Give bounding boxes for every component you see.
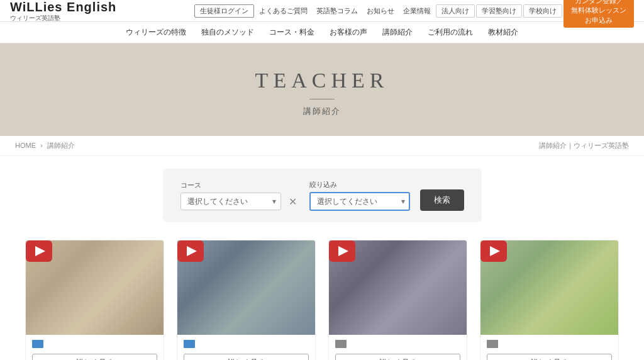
nav-testimonials[interactable]: お客様の声 [330,27,367,38]
course-select-wrap: 選択してください ✕ [180,193,299,210]
detail-button-1[interactable]: 詳しく見る [32,354,157,360]
clear-button[interactable]: ✕ [286,196,299,208]
teacher-card-4: 詳しく見る [480,240,619,360]
card-thumb-1 [26,240,164,335]
logo-en: WiLLies English [10,0,116,14]
detail-button-3[interactable]: 詳しく見る [335,354,460,360]
nav-flow[interactable]: ご利用の流れ [428,27,473,38]
filter-box: コース 選択してください ✕ 絞り込み 選択してください 検索 [163,169,482,222]
breadcrumb-home[interactable]: HOME [15,142,36,149]
teacher-card-3: 詳しく見る [328,240,467,360]
search-button[interactable]: 検索 [420,189,464,211]
play-button-2[interactable] [177,240,204,262]
cards-section: 詳しく見る 詳しく見る 詳しく見る [0,233,644,360]
faq-link[interactable]: よくあるご質問 [255,5,311,17]
course-select-container: 選択してください [180,193,281,210]
detail-button-4[interactable]: 詳しく見る [487,354,612,360]
course-filter-group: コース 選択してください ✕ [180,181,299,210]
breadcrumb: HOME › 講師紹介 講師紹介｜ウィリーズ英語塾 [0,136,644,156]
logo: WiLLies English ウィリーズ英語塾 [10,0,116,22]
card-bottom-1: 詳しく見る [26,335,164,360]
school-link[interactable]: 学習塾向け [476,4,522,18]
corporate-link[interactable]: 法人向け [436,4,475,18]
detail-button-2[interactable]: 詳しく見る [184,354,309,360]
card-bottom-2: 詳しく見る [177,335,315,360]
play-button-4[interactable] [480,240,507,262]
top-right-nav: 生徒様ログイン よくあるご質問 英語塾コラム お知らせ 企業情報 法人向け 学習… [194,0,634,28]
cta-button[interactable]: カンタン登録／ 無料体験レッスン お申込み [564,0,634,28]
teacher-flag-2 [184,340,195,348]
hero-divider [309,99,335,99]
card-thumb-2 [177,240,315,335]
news-link[interactable]: お知らせ [363,5,398,17]
nav-method[interactable]: 独自のメソッド [201,27,254,38]
narrow-select-container: 選択してください [309,192,410,211]
card-thumb-4 [480,240,618,335]
logo-ja: ウィリーズ英語塾 [10,14,116,22]
breadcrumb-right: 講師紹介｜ウィリーズ英語塾 [539,141,629,150]
hero-title-en: TEACHER [0,69,644,93]
narrow-filter-label: 絞り込み [309,180,410,189]
teacher-flag-1 [32,340,43,348]
breadcrumb-current: 講師紹介 [47,142,75,149]
card-thumb-3 [329,240,467,335]
column-link[interactable]: 英語塾コラム [313,5,362,17]
card-bottom-4: 詳しく見る [480,335,618,360]
play-button-1[interactable] [26,240,52,262]
narrow-filter-group: 絞り込み 選択してください [309,180,410,211]
company-link[interactable]: 企業情報 [399,5,435,17]
course-filter-label: コース [180,181,299,190]
filter-section: コース 選択してください ✕ 絞り込み 選択してください 検索 [0,156,644,233]
teacher-flag-4 [487,340,498,348]
education-link[interactable]: 学校向け [523,4,562,18]
student-login-link[interactable]: 生徒様ログイン [194,4,254,18]
hero-title-ja: 講師紹介 [0,106,644,117]
breadcrumb-left: HOME › 講師紹介 [15,141,75,150]
play-button-3[interactable] [329,240,355,262]
course-select[interactable]: 選択してください [180,193,281,210]
nav-features[interactable]: ウィリーズの特徴 [126,27,186,38]
header-top: WiLLies English ウィリーズ英語塾 生徒様ログイン よくあるご質問… [0,0,644,22]
nav-courses[interactable]: コース・料金 [269,27,314,38]
teacher-card-2: 詳しく見る [177,240,316,360]
nav-teachers[interactable]: 講師紹介 [382,27,413,38]
teacher-flag-3 [335,340,347,348]
narrow-select[interactable]: 選択してください [309,192,410,211]
nav-materials[interactable]: 教材紹介 [488,27,518,38]
card-bottom-3: 詳しく見る [329,335,467,360]
teacher-card-1: 詳しく見る [25,240,164,360]
hero-section: TEACHER 講師紹介 [0,43,644,136]
cards-grid: 詳しく見る 詳しく見る 詳しく見る [25,240,619,360]
